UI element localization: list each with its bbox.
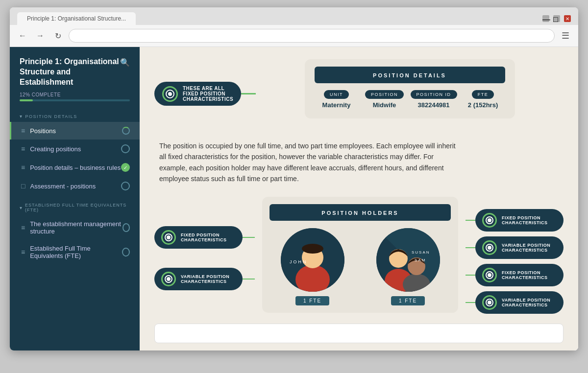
list-icon: ≡: [21, 224, 25, 232]
right-badge-variable-2-text: VARIABLE POSITION CHARACTERISTICS: [502, 298, 550, 307]
right-badge-fixed-1: FIXED POSITION CHARACTERISTICS: [475, 209, 564, 232]
sidebar-title: Principle 1: Organisational Structure an…: [20, 57, 120, 87]
right-badge-fixed-1-text: FIXED POSITION CHARACTERISTICS: [502, 215, 548, 225]
pd-col-header-position-id: POSITION ID: [411, 90, 457, 99]
sidebar: Principle 1: Organisational Structure an…: [10, 47, 140, 350]
spacer: [154, 255, 255, 262]
right-connector-3: [466, 275, 475, 276]
pd-col-value-position-id: 382244981: [411, 101, 457, 109]
browser-window: Principle 1: Organisational Structure...…: [10, 7, 578, 350]
pd-col-value-fte: 2 (152hrs): [461, 101, 505, 109]
progress-label: 12% COMPLETE: [20, 92, 130, 97]
sidebar-item-position-details-rules[interactable]: ≡ Position details – business rules ✓: [10, 158, 140, 177]
menu-button[interactable]: ☰: [559, 29, 572, 43]
right-badge-fixed-2-text: FIXED POSITION CHARACTERISTICS: [502, 270, 548, 280]
maximize-btn[interactable]: □: [553, 15, 560, 22]
left-badge-fixed-text: FIXED POSITION CHARACTERISTICS: [181, 233, 227, 242]
search-icon[interactable]: 🔍: [120, 58, 130, 67]
sidebar-item-establishment-management[interactable]: ≡ The establishment management structure: [10, 215, 140, 240]
status-circle-checked: ✓: [121, 163, 130, 172]
pd-columns: UNIT Maternity POSITION Midwife POSITION…: [315, 89, 505, 109]
holder-fte-john: 1 FTE: [295, 296, 329, 305]
list-icon: ≡: [21, 163, 25, 171]
pd-col-fte: FTE 2 (152hrs): [461, 89, 505, 109]
svg-text:SUSAN: SUSAN: [412, 250, 430, 255]
right-connector-2: [466, 247, 475, 248]
holder-john: JOHN 1 FTE: [270, 228, 355, 305]
left-badge-variable-text: VARIABLE POSITION CHARACTERISTICS: [181, 274, 229, 284]
bottom-preview: [154, 324, 564, 343]
small-badge-circle-2: [161, 272, 176, 286]
back-button[interactable]: ←: [16, 29, 29, 43]
sidebar-header: Principle 1: Organisational Structure an…: [10, 47, 140, 92]
refresh-button[interactable]: ↻: [51, 29, 65, 43]
svg-point-3: [302, 244, 323, 254]
right-badge-fixed-2: FIXED POSITION CHARACTERISTICS: [475, 264, 564, 286]
small-badge-circle-r4: [482, 295, 497, 310]
left-badges: FIXED POSITION CHARACTERISTICS VARIABLE …: [154, 197, 255, 290]
tab-label: Principle 1: Organisational Structure...: [27, 15, 126, 22]
status-circle: [121, 182, 130, 190]
holder-fte-susan-sam: 1 FTE: [391, 296, 425, 305]
status-circle: [121, 144, 130, 153]
right-connector-4: [466, 302, 475, 303]
holder-avatar-susan-sam: SUSAN SAM: [376, 228, 440, 292]
description-text: The position is occupied by one full tim…: [154, 140, 468, 185]
browser-toolbar: ← → ↻ ☰: [10, 25, 578, 47]
sidebar-item-fte[interactable]: ≡ Established Full Time Equivalents (FTE…: [10, 240, 140, 264]
list-icon: ≡: [21, 127, 25, 135]
holder-avatar-john: JOHN: [281, 228, 344, 292]
connector-line: [241, 93, 256, 94]
left-badge-variable: VARIABLE POSITION CHARACTERISTICS: [154, 268, 243, 290]
list-icon: ≡: [21, 248, 25, 256]
left-connector-1: [243, 237, 255, 238]
address-bar[interactable]: [69, 29, 555, 43]
pd-header: POSITION DETAILS: [315, 67, 505, 83]
center-header: POSITION HOLDERS: [270, 204, 451, 221]
top-section: THESE ARE ALL FIXED POSITION CHARACTERIS…: [154, 59, 564, 128]
diagram-section: FIXED POSITION CHARACTERISTICS VARIABLE …: [154, 197, 564, 314]
browser-titlebar: Principle 1: Organisational Structure...…: [10, 7, 578, 25]
pd-col-position-id: POSITION ID 382244981: [411, 89, 457, 109]
pd-col-header-fte: FTE: [472, 90, 494, 99]
center-header-text: POSITION HOLDERS: [321, 210, 398, 216]
progress-bar: [20, 99, 130, 101]
holder-susan-sam: SUSAN SAM 1 FTE: [365, 228, 451, 305]
sidebar-section-position-details[interactable]: POSITION DETAILS: [10, 109, 140, 122]
list-icon: ≡: [21, 145, 25, 153]
sidebar-item-creating-positions[interactable]: ≡ Creating positions: [10, 140, 140, 158]
right-badge-variable-2: VARIABLE POSITION CHARACTERISTICS: [475, 291, 564, 314]
status-circle: [122, 248, 130, 256]
left-badge-fixed: FIXED POSITION CHARACTERISTICS: [154, 226, 243, 249]
doc-icon: □: [21, 182, 25, 190]
progress-bar-container: 12% COMPLETE: [10, 92, 140, 109]
close-btn[interactable]: ✕: [564, 15, 571, 22]
sidebar-item-assessment-positions[interactable]: □ Assessment - positions: [10, 177, 140, 195]
small-badge-circle-r2: [482, 240, 497, 255]
main-content: THESE ARE ALL FIXED POSITION CHARACTERIS…: [140, 47, 578, 350]
badge-circle: [162, 86, 178, 102]
small-badge-circle: [161, 230, 176, 245]
app-layout: Principle 1: Organisational Structure an…: [10, 47, 578, 350]
position-details-box: POSITION DETAILS UNIT Maternity POSITION…: [305, 59, 515, 118]
position-holders-row: JOHN 1 FTE: [270, 228, 451, 305]
browser-tab[interactable]: Principle 1: Organisational Structure...: [17, 12, 136, 25]
right-connector-1: [466, 220, 475, 221]
right-badge-variable-1-text: VARIABLE POSITION CHARACTERISTICS: [502, 243, 550, 253]
svg-text:JOHN: JOHN: [290, 259, 308, 264]
pd-col-position: POSITION Midwife: [363, 89, 407, 109]
sidebar-section-fte[interactable]: ESTABLISHED FULL TIME EQUIVALENTS (FTE): [10, 195, 140, 215]
sidebar-item-positions[interactable]: ≡ Positions: [10, 122, 140, 140]
pd-col-value-unit: Maternity: [315, 101, 359, 109]
fixed-position-badge: THESE ARE ALL FIXED POSITION CHARACTERIS…: [154, 82, 241, 106]
pd-col-header-position: POSITION: [365, 90, 404, 99]
pd-col-value-position: Midwife: [363, 101, 407, 109]
pd-col-unit: UNIT Maternity: [315, 89, 359, 109]
minimize-btn[interactable]: —: [542, 15, 549, 22]
right-badges: FIXED POSITION CHARACTERISTICS VARIABLE …: [466, 197, 564, 314]
small-badge-circle-r3: [482, 268, 497, 282]
center-box: POSITION HOLDERS: [262, 197, 458, 313]
loading-spinner: [122, 127, 130, 135]
forward-button[interactable]: →: [33, 29, 47, 43]
svg-text:SAM: SAM: [415, 258, 426, 262]
